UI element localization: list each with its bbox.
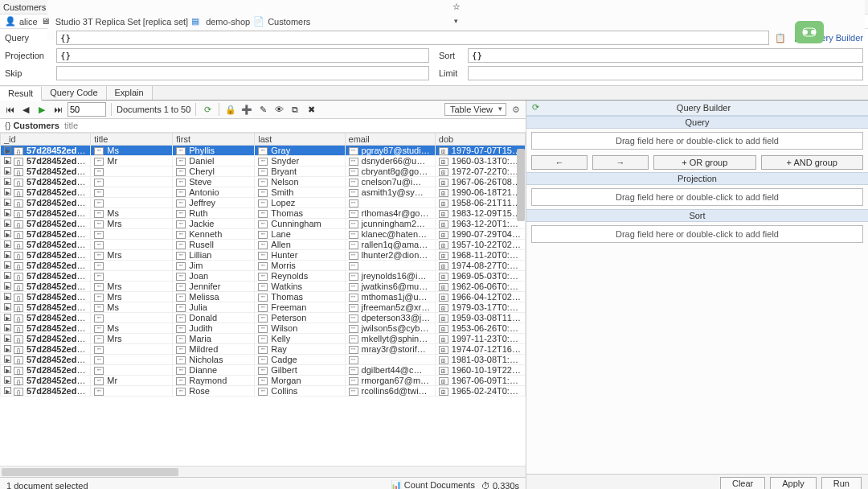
breadcrumb-db[interactable]: demo-shop bbox=[206, 17, 250, 27]
star-caret-icon[interactable]: ▾ bbox=[454, 17, 458, 25]
table-row[interactable]: ▸{}57d28452ed5d…""""Nicholas""Cadge""🗓19… bbox=[1, 355, 526, 365]
table-row[interactable]: ▸{}57d28452ed5d…""""Dianne""Gilbert""dgi… bbox=[1, 365, 526, 376]
query-builder-title: Query Builder bbox=[541, 103, 866, 113]
table-row[interactable]: ▸{}57d28452ed5d…""Mrs""Lillian""Hunter""… bbox=[1, 250, 526, 261]
projection-label: Projection bbox=[5, 51, 51, 60]
collection-icon: 📄 bbox=[253, 16, 264, 27]
sort-input[interactable] bbox=[468, 48, 863, 63]
apply-button[interactable]: Apply bbox=[770, 477, 817, 489]
projection-input[interactable] bbox=[56, 48, 429, 63]
table-row[interactable]: ▸{}57d28452ed5d…""Ms""Ruth""Thomas""rtho… bbox=[1, 208, 526, 219]
limit-row: Limit bbox=[434, 64, 868, 82]
skip-label: Skip bbox=[5, 68, 51, 78]
table-row[interactable]: ▸{}57d28452ed5d…""""Cheryl""Bryant""cbry… bbox=[1, 166, 526, 177]
path-collection: Customers bbox=[13, 121, 59, 130]
path-field: title bbox=[64, 121, 78, 130]
query-label: Query bbox=[5, 33, 51, 43]
user-icon: 👤 bbox=[5, 16, 16, 27]
column-header-email[interactable]: email bbox=[345, 134, 435, 146]
qb-move-left-button[interactable]: ← bbox=[531, 155, 588, 170]
column-header-dob[interactable]: dob bbox=[435, 134, 525, 146]
table-row[interactable]: ▸{}57d28452ed5d…""Mrs""Maria""Kelly""mke… bbox=[1, 334, 526, 344]
table-row[interactable]: ▸{}57d28452ed5d…""Mr""Daniel""Snyder""ds… bbox=[1, 156, 526, 166]
column-header-title[interactable]: title bbox=[91, 134, 173, 146]
table-row[interactable]: ▸{}57d28452ed5d…""""Jim""Morris""🗓1974-0… bbox=[1, 261, 526, 271]
copy-document-icon[interactable]: ⧉ bbox=[289, 103, 301, 116]
table-row[interactable]: ▸{}57d28452ed5d…""""Mildred""Ray""mray3r… bbox=[1, 344, 526, 355]
qb-query-dropzone[interactable]: Drag field here or double-click to add f… bbox=[531, 132, 863, 150]
limit-input[interactable] bbox=[468, 66, 863, 80]
table-row[interactable]: ▸{}57d28452ed5d…""""Rusell""Allen""ralle… bbox=[1, 240, 526, 250]
table-row[interactable]: ▸{}57d28452ed5d…""""Rose""Collins""rcoll… bbox=[1, 386, 526, 397]
query-builder-header: ⟳ Query Builder bbox=[526, 101, 868, 116]
tab-result[interactable]: Result bbox=[0, 87, 42, 101]
play-icon[interactable]: ▶ bbox=[35, 103, 48, 116]
table-row[interactable]: ▸{}57d28452ed5d…""""Kenneth""Lane""klane… bbox=[1, 229, 526, 240]
tab-title[interactable]: Customers bbox=[3, 2, 46, 12]
refresh-icon[interactable]: ⟳ bbox=[201, 103, 214, 116]
first-page-icon[interactable]: ⏮ bbox=[3, 103, 16, 116]
add-document-icon[interactable]: ➕ bbox=[240, 103, 253, 116]
breadcrumb-server[interactable]: Studio 3T Replica Set [replica set] bbox=[55, 17, 189, 27]
breadcrumb-user[interactable]: alice bbox=[19, 17, 38, 27]
qb-sort-dropzone[interactable]: Drag field here or double-click to add f… bbox=[531, 225, 863, 243]
qb-button-bar: Clear Apply Run bbox=[526, 474, 868, 489]
sort-label: Sort bbox=[439, 51, 463, 60]
status-bar: 1 document selected 📊 Count Documents ⏱ … bbox=[0, 477, 526, 489]
lock-icon[interactable]: 🔒 bbox=[224, 103, 237, 116]
limit-label: Limit bbox=[439, 68, 463, 78]
star-icon[interactable]: ☆ bbox=[452, 2, 461, 12]
qb-and-group-button[interactable]: + AND group bbox=[761, 155, 864, 170]
column-header-_id[interactable]: _id bbox=[1, 134, 91, 146]
qb-projection-dropzone[interactable]: Drag field here or double-click to add f… bbox=[531, 188, 863, 206]
count-documents-link[interactable]: 📊 Count Documents bbox=[391, 480, 475, 489]
qb-query-section-header: Query bbox=[526, 116, 868, 129]
table-row[interactable]: ▸{}57d28452ed5d…""""Jeffrey""Lopez""🗓195… bbox=[1, 198, 526, 208]
table-row[interactable]: ▸{}57d28452ed5d…""""Donald""Peterson""dp… bbox=[1, 313, 526, 323]
breadcrumb-collection[interactable]: Customers bbox=[268, 17, 310, 27]
qb-projection-section-header: Projection bbox=[526, 172, 868, 185]
tab-bar: Customers ⟳ ▾ ☆ ▾ ⇲ bbox=[0, 0, 868, 14]
qb-or-group-button[interactable]: + OR group bbox=[653, 155, 756, 170]
view-document-icon[interactable]: 👁 bbox=[272, 103, 285, 116]
table-row[interactable]: ▸{}57d28452ed5d…""""Antonio""Smith""asmi… bbox=[1, 187, 526, 198]
view-mode-select[interactable]: Table View bbox=[444, 103, 506, 116]
query-input[interactable] bbox=[56, 31, 769, 45]
table-row[interactable]: ▸{}57d28452ed5d…""Ms""Julia""Freeman""jf… bbox=[1, 302, 526, 313]
result-toolbar: ⏮ ◀ ▶ ⏭ Documents 1 to 50 ⟳ 🔒 ➕ ✎ 👁 ⧉ ✖ … bbox=[0, 101, 526, 119]
run-button[interactable]: Run bbox=[821, 477, 862, 489]
column-header-first[interactable]: first bbox=[173, 134, 255, 146]
table-row[interactable]: ▸{}57d28452ed5d…""""Steve""Nelson""cnels… bbox=[1, 177, 526, 187]
robot-badge-icon bbox=[795, 21, 824, 43]
paste-query-icon[interactable]: 📋 bbox=[774, 31, 787, 44]
horizontal-scrollbar[interactable] bbox=[0, 466, 526, 477]
page-size-input[interactable] bbox=[68, 102, 106, 117]
table-row[interactable]: ▸{}57d28452ed5d…""Ms""Judith""Wilson""jw… bbox=[1, 323, 526, 334]
edit-document-icon[interactable]: ✎ bbox=[256, 103, 269, 116]
table-row[interactable]: ▸{}57d28452ed5d…""Mrs""Jackie""Cunningha… bbox=[1, 219, 526, 229]
sort-row: Sort bbox=[434, 47, 868, 64]
table-row[interactable]: ▸{}57d28452ed5d…""Ms""Phyllis""Gray""pgr… bbox=[1, 146, 526, 156]
prev-page-icon[interactable]: ◀ bbox=[19, 103, 32, 116]
query-row: Query 📋 ▶ Query Builder bbox=[0, 29, 868, 47]
server-icon: 🖥 bbox=[41, 16, 52, 27]
vertical-scrollbar[interactable] bbox=[517, 149, 525, 221]
result-grid[interactable]: _idtitlefirstlastemaildob ▸{}57d28452ed5… bbox=[0, 133, 526, 466]
delete-document-icon[interactable]: ✖ bbox=[305, 103, 317, 116]
column-header-last[interactable]: last bbox=[255, 134, 345, 146]
table-row[interactable]: ▸{}57d28452ed5d…""Mr""Raymond""Morgan""r… bbox=[1, 376, 526, 386]
tab-explain[interactable]: Explain bbox=[107, 86, 153, 100]
tab-query-code[interactable]: Query Code bbox=[42, 86, 106, 100]
qb-move-right-button[interactable]: → bbox=[592, 155, 649, 170]
gear-icon[interactable]: ⚙ bbox=[510, 103, 522, 116]
last-page-icon[interactable]: ⏭ bbox=[51, 103, 64, 116]
query-time: ⏱ 0.330s bbox=[481, 481, 519, 490]
table-row[interactable]: ▸{}57d28452ed5d…""""Joan""Reynolds""jrey… bbox=[1, 271, 526, 281]
document-path: {} Customers title bbox=[0, 119, 526, 133]
documents-range-label: Documents 1 to 50 bbox=[117, 105, 190, 114]
clear-button[interactable]: Clear bbox=[720, 477, 765, 489]
skip-input[interactable] bbox=[56, 66, 429, 80]
table-row[interactable]: ▸{}57d28452ed5d…""Mrs""Melissa""Thomas""… bbox=[1, 292, 526, 302]
qb-refresh-icon[interactable]: ⟳ bbox=[530, 102, 541, 113]
table-row[interactable]: ▸{}57d28452ed5d…""Mrs""Jennifer""Watkins… bbox=[1, 281, 526, 292]
